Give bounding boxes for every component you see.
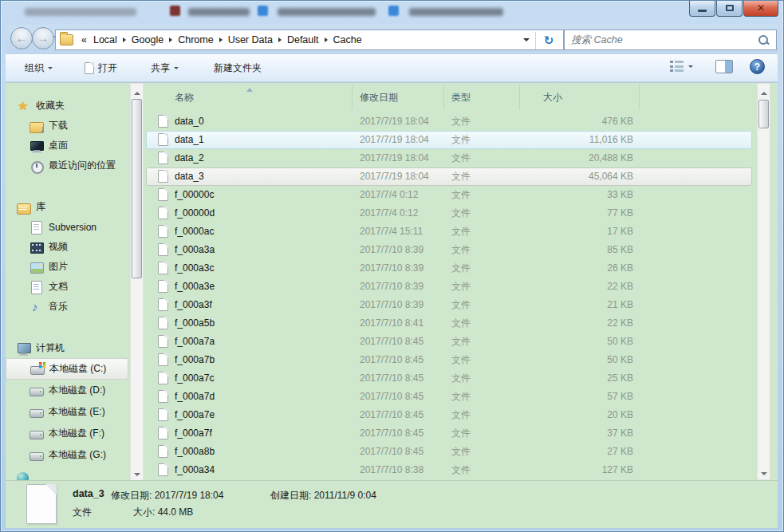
share-button[interactable]: 共享 [146,58,183,78]
breadcrumb-segment-default[interactable]: Default [284,34,322,45]
document-icon [30,220,44,234]
column-header-type[interactable]: 类型 [451,91,471,104]
file-type: 文件 [451,223,471,241]
file-row[interactable]: f_000a3f2017/7/10 8:39文件21 KB [146,296,752,314]
sidebar-item-subversion[interactable]: Subversion [6,217,130,237]
help-button[interactable] [750,59,765,74]
scrollbar-thumb[interactable] [132,99,142,278]
file-icon [158,372,168,384]
sidebar-item-music[interactable]: 音乐 [6,297,130,317]
file-row[interactable]: f_000a7e2017/7/10 8:45文件20 KB [146,406,752,424]
file-type: 文件 [451,369,471,388]
file-row[interactable]: f_000a3c2017/7/10 8:39文件26 KB [146,259,752,278]
sidebar-group-favorites[interactable]: 收藏夹 [6,96,130,116]
file-row[interactable]: f_000a7a2017/7/10 8:45文件50 KB [146,333,752,351]
sidebar-item-recent-places[interactable]: 最近访问的位置 [6,156,130,175]
file-date-modified: 2017/7/19 18:04 [360,131,429,149]
file-row[interactable]: f_000a3a2017/7/10 8:39文件85 KB [146,241,752,259]
column-header-name[interactable]: 名称 [175,91,194,104]
breadcrumb-separator-icon[interactable] [219,37,223,42]
file-row[interactable]: f_000a7b2017/7/10 8:45文件50 KB [146,351,752,369]
breadcrumb-segment-local[interactable]: Local [90,34,120,45]
address-dropdown-icon[interactable] [523,38,530,45]
scroll-down-button[interactable] [758,466,770,479]
file-row[interactable]: f_0000ac2017/7/4 15:11文件17 KB [146,223,752,241]
sidebar-item-disk-g[interactable]: 本地磁盘 (G:) [6,444,130,466]
preview-pane-button[interactable] [715,60,733,73]
computer-icon [17,341,31,356]
breadcrumb-segment-google[interactable]: Google [128,34,167,45]
scroll-up-button[interactable] [758,84,770,97]
breadcrumb-segment-chrome[interactable]: Chrome [175,34,216,45]
organize-button[interactable]: 组织 [20,58,57,78]
file-icon [158,408,168,421]
sidebar-group-libraries[interactable]: 库 [6,197,130,217]
forward-button[interactable] [32,27,54,49]
navigation-pane: 收藏夹下载桌面最近访问的位置库Subversion视频图片文档音乐计算机本地磁盘… [6,83,130,480]
sidebar-item-downloads[interactable]: 下载 [6,116,130,136]
file-row[interactable]: f_000a5b2017/7/10 8:41文件22 KB [146,314,752,333]
breadcrumb-separator-icon[interactable] [123,37,126,42]
file-name: f_000a7a [175,333,215,351]
sidebar-item-documents[interactable]: 文档 [6,277,130,297]
file-row[interactable]: data_02017/7/19 18:04文件476 KB [146,112,752,131]
column-divider[interactable] [519,85,520,110]
file-date-modified: 2017/7/4 0:12 [360,204,418,223]
sidebar-item-desktop[interactable]: 桌面 [6,136,130,156]
scrollbar-thumb[interactable] [758,100,769,128]
sidebar-item-pictures[interactable]: 图片 [6,257,130,277]
file-type: 文件 [451,296,471,314]
downloads-folder-icon [30,119,44,133]
search-input[interactable] [569,31,749,49]
close-button[interactable] [743,1,778,17]
file-row[interactable]: f_000a7c2017/7/10 8:45文件25 KB [146,369,752,388]
column-header-date[interactable]: 修改日期 [360,91,398,104]
file-row[interactable]: f_000a342017/7/10 8:38文件127 KB [146,461,752,479]
file-row[interactable]: f_00000c2017/7/4 0:12文件33 KB [146,186,752,204]
file-row[interactable]: f_000a8b2017/7/10 8:45文件27 KB [146,443,752,461]
file-type: 文件 [451,424,471,443]
new-folder-button[interactable]: 新建文件夹 [209,58,266,78]
breadcrumb-separator-icon[interactable] [278,37,282,42]
sidebar-item-disk-c[interactable]: 本地磁盘 (C:) [6,358,128,380]
address-bar[interactable]: « LocalGoogleChromeUser DataDefaultCache [55,30,564,50]
sidebar-item-label: 本地磁盘 (C:) [49,362,106,376]
change-view-button[interactable] [670,61,693,72]
chevron-down-icon [174,67,179,72]
scroll-down-button[interactable] [131,467,143,480]
file-row[interactable]: f_000a7f2017/7/10 8:45文件37 KB [146,424,752,443]
sidebar-group-computer[interactable]: 计算机 [6,338,130,358]
column-header-size[interactable]: 大小 [543,91,562,104]
navigation-bar: « LocalGoogleChromeUser DataDefaultCache [6,25,778,54]
file-row[interactable]: f_00000d2017/7/4 0:12文件77 KB [146,204,752,223]
file-name: f_000a7b [175,351,215,369]
file-row[interactable]: data_12017/7/19 18:04文件11,016 KB [146,131,752,149]
file-size: 22 KB [543,278,633,296]
breadcrumb-separator-icon[interactable] [169,37,172,42]
sidebar-item-disk-d[interactable]: 本地磁盘 (D:) [6,380,130,401]
sidebar-scrollbar[interactable] [130,83,144,480]
file-size: 11,016 KB [543,131,633,149]
scroll-up-button[interactable] [131,84,143,97]
column-divider[interactable] [352,85,353,110]
back-button[interactable] [10,27,33,49]
sidebar-item-disk-f[interactable]: 本地磁盘 (F:) [6,423,130,444]
column-divider[interactable] [443,85,444,110]
file-list-scrollbar[interactable] [757,83,770,480]
file-row[interactable]: data_22017/7/19 18:04文件20,488 KB [146,149,752,167]
maximize-button[interactable] [716,1,743,17]
open-button[interactable]: 打开 [80,58,122,78]
file-type: 文件 [451,186,471,204]
refresh-button[interactable] [538,30,560,51]
breadcrumb-overflow[interactable]: « [78,34,90,45]
sidebar-item-disk-e[interactable]: 本地磁盘 (E:) [6,401,130,423]
column-divider[interactable] [639,85,640,110]
minimize-button[interactable] [689,1,715,17]
breadcrumb-segment-user-data[interactable]: User Data [225,34,276,45]
file-row[interactable]: data_32017/7/19 18:04文件45,064 KB [146,167,752,186]
file-row[interactable]: f_000a3e2017/7/10 8:39文件22 KB [146,278,752,296]
breadcrumb-segment-cache[interactable]: Cache [330,34,365,45]
file-row[interactable]: f_000a7d2017/7/10 8:45文件57 KB [146,388,752,406]
breadcrumb-separator-icon[interactable] [325,37,328,42]
sidebar-item-videos[interactable]: 视频 [6,237,130,257]
